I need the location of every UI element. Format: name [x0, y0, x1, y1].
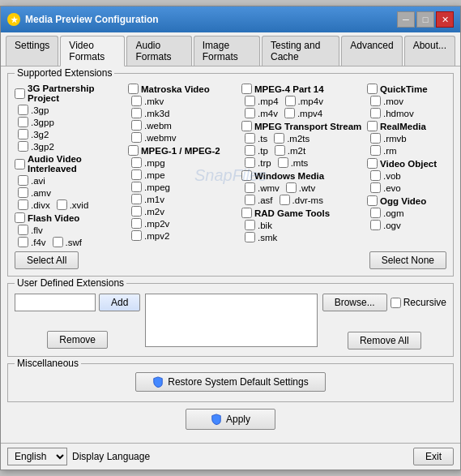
cb-mp4[interactable] — [245, 96, 255, 106]
cb-evo[interactable] — [370, 182, 381, 193]
cb-mpv2[interactable] — [131, 230, 142, 241]
ext-mov: .mov — [367, 96, 461, 106]
cb-mk3d[interactable] — [131, 108, 142, 118]
cb-divx[interactable] — [18, 199, 28, 210]
cb-xvid[interactable] — [57, 199, 67, 210]
browse-button[interactable]: Browse... — [322, 294, 387, 311]
ext-trp: .trp — [245, 157, 271, 168]
cb-rmvb[interactable] — [370, 133, 381, 144]
cb-m1v[interactable] — [131, 194, 142, 204]
cat-ogg-label: Ogg Video — [380, 196, 426, 206]
close-button[interactable]: ✕ — [436, 11, 454, 28]
cb-mpe[interactable] — [131, 169, 142, 180]
tab-image-formats[interactable]: Image Formats — [194, 36, 260, 66]
remove-button[interactable]: Remove — [47, 331, 108, 349]
cb-ogg-category[interactable] — [367, 195, 378, 206]
cb-ogv[interactable] — [370, 220, 381, 230]
language-select[interactable]: English French German Spanish — [7, 448, 67, 465]
ext-ts: .ts — [245, 133, 267, 144]
cb-real-category[interactable] — [367, 121, 378, 131]
titlebar: ★ Media Preview Configuration ─ □ ✕ — [1, 6, 460, 32]
user-ext-list[interactable] — [145, 294, 317, 347]
cb-qt-category[interactable] — [367, 84, 378, 94]
cb-m2ts[interactable] — [274, 133, 284, 144]
cb-webmv[interactable] — [131, 132, 142, 143]
cb-wmv[interactable] — [245, 182, 255, 193]
cb-mpts-category[interactable] — [241, 121, 252, 131]
tab-advanced[interactable]: Advanced — [341, 36, 402, 66]
cb-mkv[interactable] — [131, 96, 142, 106]
cb-flash-category[interactable] — [15, 212, 25, 223]
cb-amv[interactable] — [18, 187, 28, 198]
cb-dvrms[interactable] — [280, 195, 290, 205]
exit-button[interactable]: Exit — [413, 448, 454, 465]
select-none-button[interactable]: Select None — [369, 251, 446, 269]
recursive-label: Recursive — [403, 297, 446, 308]
cb-ogm[interactable] — [370, 208, 381, 218]
cb-m2t[interactable] — [275, 145, 285, 156]
apply-button[interactable]: Apply — [186, 409, 275, 430]
cb-webm[interactable] — [131, 120, 142, 131]
tab-video-formats[interactable]: Video Formats — [60, 36, 125, 66]
cb-rm[interactable] — [370, 145, 381, 156]
ext-mk3d: .mk3d — [128, 108, 241, 118]
cb-m4v[interactable] — [245, 108, 255, 118]
cb-bik[interactable] — [245, 220, 255, 230]
tab-audio-formats[interactable]: Audio Formats — [126, 36, 191, 66]
cb-3gp2[interactable] — [18, 141, 28, 152]
maximize-button[interactable]: □ — [416, 11, 434, 28]
cat-matroska-label: Matroska Video — [141, 84, 210, 94]
restore-button[interactable]: Restore System Default Settings — [135, 372, 325, 392]
cb-mpeg-category[interactable] — [128, 145, 139, 156]
cb-matroska-category[interactable] — [128, 84, 139, 94]
cb-3gp-category[interactable] — [15, 88, 25, 99]
cb-trp[interactable] — [245, 157, 255, 168]
ext-col-2: Matroska Video .mkv .mk3d .webm — [128, 82, 241, 248]
tab-about[interactable]: About... — [404, 36, 455, 66]
cb-vob-category[interactable] — [367, 158, 378, 169]
cb-avi[interactable] — [18, 175, 28, 186]
add-button[interactable]: Add — [99, 294, 140, 311]
ext-pair-tp-m2t: .tp .m2t — [241, 145, 367, 156]
cb-hdmov[interactable] — [370, 108, 381, 118]
minimize-button[interactable]: ─ — [397, 11, 415, 28]
ext-3gpp: .3gpp — [15, 117, 128, 127]
cb-mpv4[interactable] — [284, 108, 295, 118]
display-language-label: Display Language — [72, 451, 150, 462]
ext-rm: .rm — [367, 145, 461, 156]
cb-mpeg[interactable] — [131, 182, 142, 192]
cb-vob[interactable] — [370, 170, 381, 181]
cb-avi-category[interactable] — [15, 159, 25, 169]
cb-mp4-category[interactable] — [241, 84, 252, 94]
cb-mts[interactable] — [278, 157, 288, 168]
cb-m2v[interactable] — [131, 206, 142, 217]
cb-flv[interactable] — [18, 225, 28, 235]
cb-ts[interactable] — [245, 133, 255, 144]
cb-3g2[interactable] — [18, 129, 28, 139]
remove-all-button[interactable]: Remove All — [348, 332, 421, 349]
tab-testing-cache[interactable]: Testing and Cache — [262, 36, 339, 66]
ext-mpv4: .mpv4 — [284, 108, 322, 118]
user-ext-input[interactable] — [15, 294, 96, 311]
cb-swf[interactable] — [53, 237, 63, 247]
cb-rad-category[interactable] — [241, 208, 252, 218]
cb-mp4v[interactable] — [285, 96, 296, 106]
cb-wtv[interactable] — [286, 182, 297, 193]
tab-settings[interactable]: Settings — [6, 36, 58, 66]
select-all-button[interactable]: Select All — [15, 251, 79, 269]
cb-tp[interactable] — [245, 145, 255, 156]
cb-3gp[interactable] — [18, 105, 28, 115]
cb-mp2v[interactable] — [131, 218, 142, 229]
tab-bar: Settings Video Formats Audio Formats Ima… — [1, 32, 460, 66]
cb-smk[interactable] — [245, 232, 255, 242]
cb-asf[interactable] — [245, 195, 255, 205]
ext-vob: .vob — [367, 170, 461, 181]
ext-m2t: .m2t — [275, 145, 305, 156]
recursive-checkbox[interactable] — [391, 298, 401, 308]
cb-mpg[interactable] — [131, 157, 142, 168]
recursive-option: Recursive — [391, 297, 446, 308]
cb-3gpp[interactable] — [18, 117, 28, 127]
cb-wmedia-category[interactable] — [241, 170, 252, 181]
cb-f4v[interactable] — [18, 237, 28, 247]
cb-mov[interactable] — [370, 96, 381, 106]
